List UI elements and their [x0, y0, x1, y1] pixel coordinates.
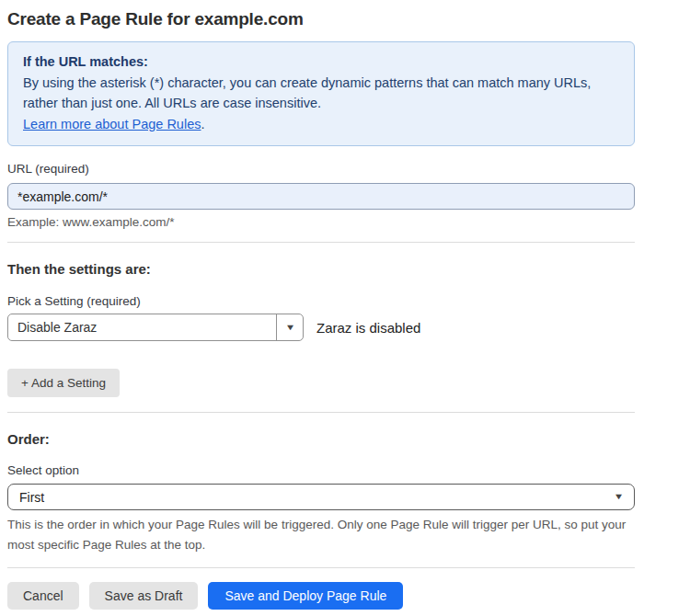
setting-status-text: Zaraz is disabled [316, 320, 420, 336]
divider [7, 242, 635, 243]
page-rule-form: Create a Page Rule for example.com If th… [7, 0, 635, 610]
setting-select-value: Disable Zaraz [8, 314, 276, 340]
setting-picker-label: Pick a Setting (required) [7, 294, 635, 308]
chevron-down-icon: ▼ [614, 493, 625, 501]
save-and-deploy-button[interactable]: Save and Deploy Page Rule [208, 582, 403, 610]
divider [7, 412, 635, 413]
order-select-value: First [19, 490, 44, 505]
order-section-heading: Order: [7, 431, 635, 447]
info-box-body: By using the asterisk (*) character, you… [23, 73, 619, 114]
url-field-label: URL (required) [7, 162, 635, 176]
link-period: . [201, 117, 204, 131]
save-as-draft-button[interactable]: Save as Draft [89, 582, 199, 610]
divider [7, 567, 635, 568]
action-button-row: Cancel Save as Draft Save and Deploy Pag… [7, 582, 635, 610]
order-select[interactable]: First ▼ [7, 484, 635, 510]
chevron-down-icon: ▼ [284, 324, 295, 332]
url-example-helper: Example: www.example.com/* [7, 215, 635, 229]
page-title: Create a Page Rule for example.com [7, 9, 635, 29]
cancel-button[interactable]: Cancel [7, 582, 79, 610]
info-box-heading: If the URL matches: [23, 51, 619, 73]
url-match-info-box: If the URL matches: By using the asteris… [7, 41, 635, 146]
setting-select-arrow-button[interactable]: ▼ [276, 314, 303, 340]
setting-picker-row: Disable Zaraz ▼ Zaraz is disabled [7, 314, 635, 341]
order-select-label: Select option [7, 463, 635, 477]
settings-section-heading: Then the settings are: [7, 261, 635, 277]
url-input[interactable] [7, 183, 635, 210]
order-helper-text: This is the order in which your Page Rul… [7, 515, 635, 555]
learn-more-link[interactable]: Learn more about Page Rules [23, 117, 201, 131]
setting-select[interactable]: Disable Zaraz ▼ [7, 314, 304, 341]
add-setting-button[interactable]: + Add a Setting [7, 369, 120, 397]
info-box-link-line: Learn more about Page Rules. [23, 114, 619, 135]
